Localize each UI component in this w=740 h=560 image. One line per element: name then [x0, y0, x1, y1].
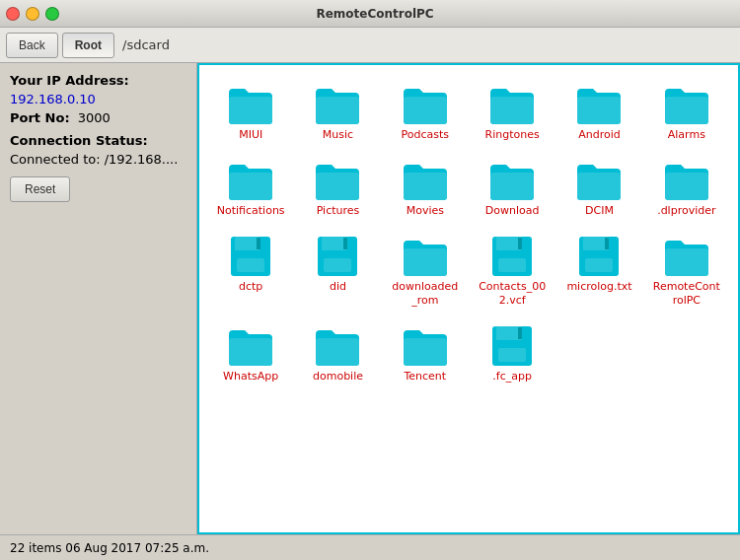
window-title: RemoteControlPC: [16, 7, 734, 21]
svg-rect-10: [577, 173, 621, 200]
ip-value: 192.168.0.10: [10, 92, 186, 106]
folder-icon: [227, 159, 274, 202]
list-item[interactable]: Tencent: [384, 320, 467, 386]
svg-rect-11: [665, 173, 708, 200]
sidebar: Your IP Address: 192.168.0.10 Port No: 3…: [0, 63, 197, 534]
file-label: Podcasts: [402, 128, 450, 141]
list-item[interactable]: WhatsApp: [209, 320, 292, 386]
svg-rect-0: [229, 97, 272, 124]
folder-icon: [314, 83, 361, 126]
reset-button[interactable]: Reset: [10, 176, 70, 202]
file-label: DCIM: [585, 204, 614, 217]
folder-icon: [575, 83, 623, 126]
list-item[interactable]: Pictures: [296, 155, 379, 221]
path-label: /sdcard: [122, 37, 170, 52]
file-label: microlog.txt: [566, 280, 631, 293]
svg-rect-1: [316, 97, 359, 124]
file-icon: [314, 235, 361, 278]
list-item[interactable]: Music: [296, 79, 379, 145]
file-label: Notifications: [217, 204, 285, 217]
list-item[interactable]: Download: [471, 155, 554, 221]
file-label: RemoteControlPC: [651, 280, 722, 306]
list-item[interactable]: Podcasts: [384, 79, 467, 145]
folder-icon: [402, 83, 449, 126]
list-item[interactable]: domobile: [296, 320, 379, 386]
port-label: Port No:: [10, 110, 70, 125]
list-item[interactable]: .fc_app: [471, 320, 554, 386]
svg-rect-28: [605, 238, 609, 249]
list-item[interactable]: Android: [557, 79, 640, 145]
svg-rect-15: [257, 238, 260, 249]
file-label: Movies: [407, 204, 444, 217]
folder-icon: [227, 324, 274, 368]
svg-rect-6: [229, 173, 272, 200]
status-value: Connected to: /192.168....: [10, 152, 178, 167]
folder-icon: [488, 159, 536, 202]
list-item[interactable]: RemoteControlPC: [645, 231, 728, 310]
folder-icon: [402, 324, 449, 368]
file-label: .fc_app: [492, 370, 532, 383]
file-label: Pictures: [317, 204, 360, 217]
folder-icon: [402, 159, 449, 202]
list-item[interactable]: dctp: [209, 231, 292, 310]
svg-rect-9: [490, 173, 534, 200]
status-text: 22 items 06 Aug 2017 07:25 a.m.: [10, 541, 209, 555]
folder-icon: [314, 324, 361, 368]
folder-icon: [227, 83, 274, 126]
main-area: Your IP Address: 192.168.0.10 Port No: 3…: [0, 63, 740, 534]
file-icon: [575, 235, 623, 278]
file-label: Alarms: [668, 128, 705, 141]
svg-rect-23: [498, 258, 526, 272]
port-value: 3000: [78, 110, 111, 125]
svg-rect-8: [404, 173, 447, 200]
list-item[interactable]: did: [296, 231, 379, 310]
list-item[interactable]: DCIM: [557, 155, 640, 221]
svg-rect-4: [577, 97, 621, 124]
file-label: Music: [323, 128, 353, 141]
file-icon: [488, 235, 536, 278]
folder-icon: [314, 159, 361, 202]
file-icon: [488, 324, 536, 368]
file-label: did: [330, 280, 346, 293]
svg-rect-36: [518, 327, 522, 339]
list-item[interactable]: microlog.txt: [557, 231, 640, 310]
file-label: Android: [578, 128, 621, 141]
list-item[interactable]: Movies: [384, 155, 467, 221]
back-button[interactable]: Back: [6, 33, 58, 58]
list-item[interactable]: Notifications: [209, 155, 292, 221]
file-label: Ringtones: [485, 128, 540, 141]
list-item[interactable]: Ringtones: [471, 79, 554, 145]
ip-label: Your IP Address:: [10, 73, 129, 88]
status-label: Connection Status:: [10, 133, 148, 148]
svg-rect-18: [324, 258, 351, 272]
svg-rect-24: [518, 238, 522, 249]
file-label: domobile: [313, 370, 363, 383]
svg-rect-35: [498, 348, 526, 362]
toolbar: Back Root /sdcard: [0, 28, 740, 63]
svg-rect-27: [585, 258, 613, 272]
svg-rect-2: [404, 97, 447, 124]
list-item[interactable]: .dlprovider: [645, 155, 728, 221]
list-item[interactable]: downloaded_rom: [384, 231, 467, 310]
file-grid: MIUI Music Podcasts Ringtones Android Al…: [205, 75, 732, 390]
list-item[interactable]: MIUI: [209, 79, 292, 145]
svg-rect-31: [316, 338, 359, 366]
statusbar: 22 items 06 Aug 2017 07:25 a.m.: [0, 534, 740, 560]
list-item[interactable]: Contacts_002.vcf: [471, 231, 554, 310]
svg-rect-5: [665, 97, 708, 124]
root-button[interactable]: Root: [62, 33, 114, 58]
file-label: MIUI: [239, 128, 262, 141]
file-label: Contacts_002.vcf: [477, 280, 548, 306]
svg-rect-32: [404, 338, 447, 366]
folder-icon: [575, 159, 623, 202]
svg-rect-20: [404, 248, 447, 276]
svg-rect-14: [237, 258, 264, 272]
svg-rect-19: [343, 238, 347, 249]
folder-icon: [488, 83, 536, 126]
svg-rect-30: [229, 338, 272, 366]
list-item[interactable]: Alarms: [645, 79, 728, 145]
file-label: .dlprovider: [657, 204, 715, 217]
folder-icon: [402, 235, 449, 278]
file-label: downloaded_rom: [390, 280, 461, 306]
file-label: dctp: [239, 280, 262, 293]
